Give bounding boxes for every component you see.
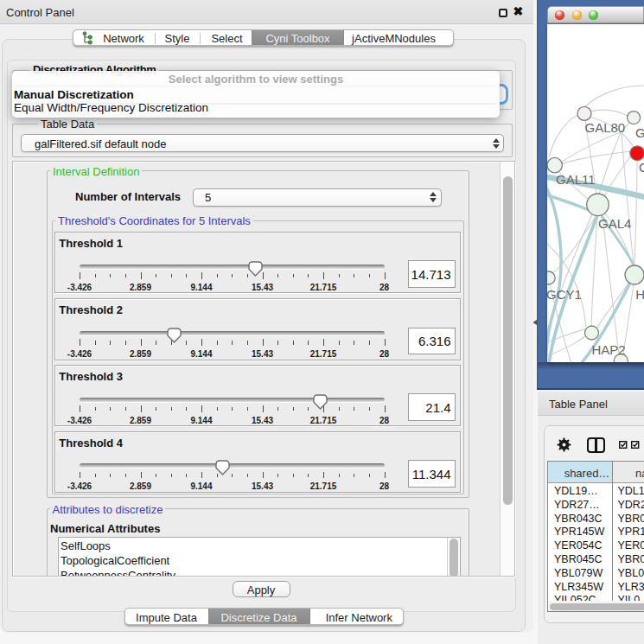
svg-text:C: C bbox=[639, 160, 644, 175]
svg-text:GAL4: GAL4 bbox=[598, 216, 631, 231]
svg-text:GAL11: GAL11 bbox=[556, 171, 596, 186]
svg-text:H: H bbox=[635, 286, 644, 301]
svg-text:HAP2: HAP2 bbox=[591, 341, 625, 356]
svg-text:GAL80: GAL80 bbox=[584, 120, 625, 135]
svg-text:GCY1: GCY1 bbox=[547, 287, 582, 302]
svg-text:GA: GA bbox=[635, 125, 644, 140]
